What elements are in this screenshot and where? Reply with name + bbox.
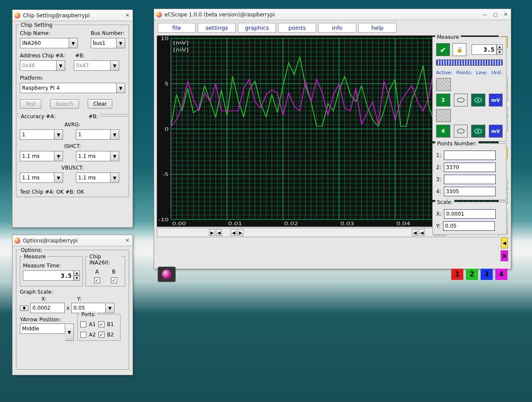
chevron-down-icon[interactable]: ▼ (111, 129, 119, 140)
chevron-down-icon[interactable]: ▼ (111, 173, 119, 183)
ishct-a-value: 1.1 ms (22, 153, 40, 159)
channel-1-button[interactable]: 1 (451, 269, 463, 280)
p1-input[interactable] (444, 151, 496, 160)
xscale-left[interactable]: ▼ (20, 305, 28, 311)
ch4-unit-button[interactable]: mV (489, 125, 503, 138)
port-a2-check[interactable] (80, 332, 86, 338)
ch2-line-button[interactable] (471, 94, 485, 107)
menu-points[interactable]: points (278, 23, 316, 33)
measure-time-value[interactable] (23, 270, 74, 281)
svg-text:[mV]: [mV] (173, 40, 189, 46)
platform-select[interactable]: Raspberry PI 4▼ (20, 83, 125, 93)
chip-setting-window: Chip Setting@raspberrypi ✕ Chip Setting … (12, 9, 133, 228)
chevron-down-icon[interactable]: ▼ (111, 60, 119, 71)
sy-input[interactable] (443, 221, 495, 231)
p4-input[interactable] (444, 187, 496, 196)
ishct-b-select[interactable]: 1.1 ms▼ (76, 151, 119, 161)
port-a1-check[interactable] (80, 321, 86, 327)
addr-b-select[interactable]: 0x47▼ (74, 60, 119, 71)
chevron-down-icon[interactable]: ▼ (57, 60, 65, 71)
ports-group: Ports: A1 B1 A2 B2 (77, 314, 120, 341)
chevron-down-icon[interactable]: ▼ (20, 305, 28, 311)
chevron-down-icon[interactable]: ▼ (117, 38, 125, 48)
clear-button[interactable]: Clear (88, 99, 112, 109)
ishct-a-select[interactable]: 1.1 ms▼ (20, 151, 63, 161)
spin-up-icon[interactable]: ▲ (497, 44, 503, 50)
ch4-points-button[interactable] (454, 125, 468, 138)
vbusct-b-select[interactable]: 1.1 ms▼ (76, 173, 119, 183)
ch2-unit-button[interactable]: mV (489, 94, 503, 107)
marker-bot-icon[interactable]: ◀ (501, 237, 508, 248)
ch1-active-button[interactable] (436, 78, 451, 91)
svg-point-130 (477, 99, 479, 101)
vbusct-a-value: 1.1 ms (22, 175, 40, 181)
ch4-line-button[interactable] (471, 125, 485, 138)
minimize-icon[interactable]: — (481, 12, 488, 18)
arrow-left-icon[interactable]: ◀ (216, 229, 222, 236)
chevron-down-icon[interactable]: ▼ (111, 151, 119, 161)
addr-a-select[interactable]: 0x46▼ (20, 60, 65, 71)
ch2-points-button[interactable] (454, 94, 468, 107)
lock-icon[interactable]: 🔒 (453, 43, 466, 56)
hdr-unit: Unit: (491, 70, 503, 75)
options-title: Options@raspberrypi (23, 238, 124, 244)
port-b2-check[interactable] (98, 332, 104, 338)
menu-graphics[interactable]: graphics (238, 23, 276, 33)
arrow-left-icon[interactable]: ◀ (419, 229, 425, 236)
chip-a-check[interactable] (94, 277, 100, 283)
p3-input[interactable] (444, 175, 496, 184)
options-titlebar[interactable]: Options@raspberrypi ✕ (13, 235, 133, 246)
close-icon[interactable]: ✕ (124, 13, 131, 19)
chip-titlebar[interactable]: Chip Setting@raspberrypi ✕ (13, 10, 133, 21)
spin-up-icon[interactable]: ▲ (74, 270, 80, 276)
measure-time-input[interactable]: ▲▼ (23, 270, 80, 281)
test-button[interactable]: Test (20, 99, 41, 109)
spin-down-icon[interactable]: ▼ (497, 50, 503, 55)
arrow-right-icon[interactable]: ▶ (209, 229, 215, 236)
channel-2-button[interactable]: 2 (466, 269, 478, 280)
bus-select[interactable]: bus1▼ (91, 38, 125, 48)
check-icon[interactable]: ✔ (436, 43, 450, 56)
yarrow-select[interactable]: Middle▼ (20, 323, 74, 341)
p2-input[interactable] (444, 163, 496, 172)
close-icon[interactable]: ✕ (502, 12, 509, 18)
chip-b-check[interactable] (111, 277, 117, 283)
arrow-right-icon[interactable]: ▶ (238, 229, 244, 236)
run-button[interactable] (158, 267, 176, 282)
menu-file[interactable]: file (158, 23, 196, 33)
chevron-down-icon[interactable]: ▼ (65, 323, 74, 341)
chevron-down-icon[interactable]: ▼ (54, 151, 63, 161)
avrg-a-select[interactable]: 1▼ (20, 129, 63, 140)
chevron-down-icon[interactable]: ▼ (54, 129, 63, 140)
avrg-b-select[interactable]: 1▼ (76, 129, 119, 140)
scope-titlebar[interactable]: eCScope 1.0.0 (beta version)@raspberrypi… (154, 9, 511, 20)
close-icon[interactable]: ✕ (124, 238, 131, 244)
scale-x-input[interactable] (30, 303, 65, 313)
chip-legend: Chip INA260: (88, 254, 121, 266)
channel-3-button[interactable]: 3 (481, 269, 493, 280)
spin-down-icon[interactable]: ▼ (74, 276, 80, 281)
maximize-icon[interactable]: ▢ (492, 12, 499, 18)
ch4-active-button[interactable]: 4 (436, 125, 450, 138)
chevron-down-icon[interactable]: ▼ (54, 173, 63, 183)
menu-help[interactable]: help (358, 23, 396, 33)
chevron-down-icon[interactable]: ▼ (69, 38, 78, 48)
port-b1-check[interactable] (98, 321, 104, 327)
ch3-active-button[interactable] (436, 109, 451, 122)
menu-settings[interactable]: settings (198, 23, 236, 33)
x-close-button[interactable]: X (500, 250, 508, 261)
measure-spin-value[interactable] (472, 44, 497, 55)
arrow-left-icon[interactable]: ◀ (231, 229, 237, 236)
chevron-down-icon[interactable]: ▼ (106, 303, 114, 313)
measure-spin[interactable]: ▲▼ (472, 44, 503, 55)
chip-name-select[interactable]: INA260▼ (20, 38, 78, 48)
sx-input[interactable] (444, 209, 496, 219)
chevron-down-icon[interactable]: ▼ (117, 83, 125, 93)
arrow-left-icon[interactable]: ◀ (412, 229, 418, 236)
channel-4-button[interactable]: 4 (495, 269, 507, 280)
sx-label: X: (436, 211, 441, 217)
search-button[interactable]: Search (50, 99, 79, 109)
ch2-active-button[interactable]: 2 (436, 94, 450, 107)
menu-info[interactable]: info (318, 23, 356, 33)
vbusct-a-select[interactable]: 1.1 ms▼ (20, 173, 63, 183)
